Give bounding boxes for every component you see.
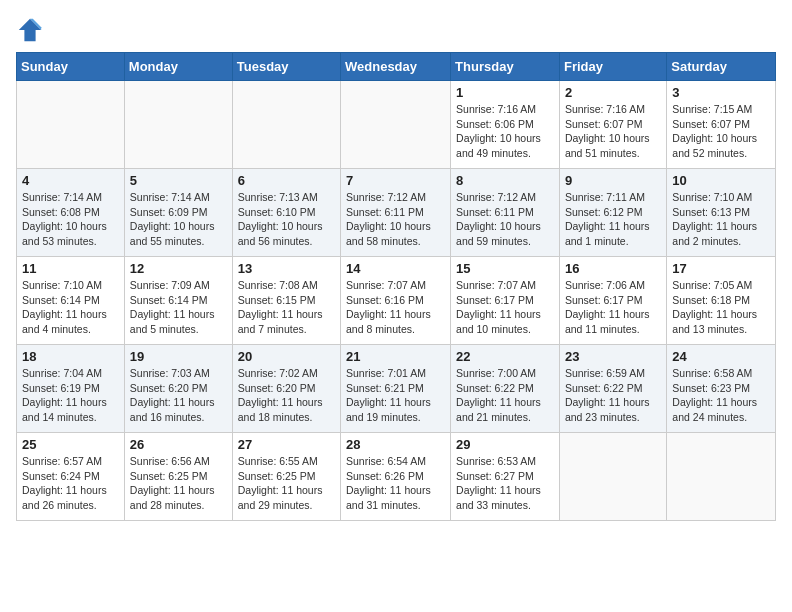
calendar-cell: 12Sunrise: 7:09 AM Sunset: 6:14 PM Dayli… <box>124 257 232 345</box>
day-info: Sunrise: 7:00 AM Sunset: 6:22 PM Dayligh… <box>456 366 554 425</box>
calendar-cell: 18Sunrise: 7:04 AM Sunset: 6:19 PM Dayli… <box>17 345 125 433</box>
calendar-cell: 28Sunrise: 6:54 AM Sunset: 6:26 PM Dayli… <box>341 433 451 521</box>
day-number: 26 <box>130 437 227 452</box>
calendar-cell: 13Sunrise: 7:08 AM Sunset: 6:15 PM Dayli… <box>232 257 340 345</box>
column-header-tuesday: Tuesday <box>232 53 340 81</box>
calendar-cell: 11Sunrise: 7:10 AM Sunset: 6:14 PM Dayli… <box>17 257 125 345</box>
column-header-monday: Monday <box>124 53 232 81</box>
day-info: Sunrise: 6:55 AM Sunset: 6:25 PM Dayligh… <box>238 454 335 513</box>
day-info: Sunrise: 7:13 AM Sunset: 6:10 PM Dayligh… <box>238 190 335 249</box>
calendar-cell: 9Sunrise: 7:11 AM Sunset: 6:12 PM Daylig… <box>559 169 666 257</box>
day-info: Sunrise: 7:14 AM Sunset: 6:08 PM Dayligh… <box>22 190 119 249</box>
day-info: Sunrise: 7:10 AM Sunset: 6:14 PM Dayligh… <box>22 278 119 337</box>
calendar-cell <box>559 433 666 521</box>
calendar-cell <box>232 81 340 169</box>
day-number: 7 <box>346 173 445 188</box>
calendar-cell: 26Sunrise: 6:56 AM Sunset: 6:25 PM Dayli… <box>124 433 232 521</box>
day-number: 18 <box>22 349 119 364</box>
column-header-wednesday: Wednesday <box>341 53 451 81</box>
calendar-cell <box>17 81 125 169</box>
calendar-cell: 21Sunrise: 7:01 AM Sunset: 6:21 PM Dayli… <box>341 345 451 433</box>
day-info: Sunrise: 7:04 AM Sunset: 6:19 PM Dayligh… <box>22 366 119 425</box>
day-number: 19 <box>130 349 227 364</box>
column-header-saturday: Saturday <box>667 53 776 81</box>
day-info: Sunrise: 7:15 AM Sunset: 6:07 PM Dayligh… <box>672 102 770 161</box>
calendar-cell: 17Sunrise: 7:05 AM Sunset: 6:18 PM Dayli… <box>667 257 776 345</box>
calendar-cell: 24Sunrise: 6:58 AM Sunset: 6:23 PM Dayli… <box>667 345 776 433</box>
day-info: Sunrise: 7:09 AM Sunset: 6:14 PM Dayligh… <box>130 278 227 337</box>
calendar-cell: 20Sunrise: 7:02 AM Sunset: 6:20 PM Dayli… <box>232 345 340 433</box>
calendar-cell <box>667 433 776 521</box>
day-number: 10 <box>672 173 770 188</box>
day-number: 17 <box>672 261 770 276</box>
column-header-thursday: Thursday <box>451 53 560 81</box>
calendar-week-row: 25Sunrise: 6:57 AM Sunset: 6:24 PM Dayli… <box>17 433 776 521</box>
day-number: 2 <box>565 85 661 100</box>
calendar-cell: 15Sunrise: 7:07 AM Sunset: 6:17 PM Dayli… <box>451 257 560 345</box>
logo <box>16 16 48 44</box>
day-info: Sunrise: 6:54 AM Sunset: 6:26 PM Dayligh… <box>346 454 445 513</box>
day-info: Sunrise: 7:01 AM Sunset: 6:21 PM Dayligh… <box>346 366 445 425</box>
calendar-cell: 29Sunrise: 6:53 AM Sunset: 6:27 PM Dayli… <box>451 433 560 521</box>
day-info: Sunrise: 7:07 AM Sunset: 6:16 PM Dayligh… <box>346 278 445 337</box>
calendar-cell: 5Sunrise: 7:14 AM Sunset: 6:09 PM Daylig… <box>124 169 232 257</box>
day-info: Sunrise: 7:11 AM Sunset: 6:12 PM Dayligh… <box>565 190 661 249</box>
day-info: Sunrise: 7:12 AM Sunset: 6:11 PM Dayligh… <box>456 190 554 249</box>
calendar-cell: 14Sunrise: 7:07 AM Sunset: 6:16 PM Dayli… <box>341 257 451 345</box>
calendar-week-row: 18Sunrise: 7:04 AM Sunset: 6:19 PM Dayli… <box>17 345 776 433</box>
column-header-friday: Friday <box>559 53 666 81</box>
calendar-cell: 1Sunrise: 7:16 AM Sunset: 6:06 PM Daylig… <box>451 81 560 169</box>
day-info: Sunrise: 7:05 AM Sunset: 6:18 PM Dayligh… <box>672 278 770 337</box>
calendar-cell: 10Sunrise: 7:10 AM Sunset: 6:13 PM Dayli… <box>667 169 776 257</box>
calendar-cell: 2Sunrise: 7:16 AM Sunset: 6:07 PM Daylig… <box>559 81 666 169</box>
day-info: Sunrise: 6:58 AM Sunset: 6:23 PM Dayligh… <box>672 366 770 425</box>
day-info: Sunrise: 7:16 AM Sunset: 6:06 PM Dayligh… <box>456 102 554 161</box>
day-number: 20 <box>238 349 335 364</box>
day-number: 22 <box>456 349 554 364</box>
day-number: 23 <box>565 349 661 364</box>
page-header <box>16 16 776 44</box>
day-number: 1 <box>456 85 554 100</box>
day-number: 3 <box>672 85 770 100</box>
day-number: 16 <box>565 261 661 276</box>
calendar-cell: 22Sunrise: 7:00 AM Sunset: 6:22 PM Dayli… <box>451 345 560 433</box>
day-info: Sunrise: 6:56 AM Sunset: 6:25 PM Dayligh… <box>130 454 227 513</box>
calendar-cell: 8Sunrise: 7:12 AM Sunset: 6:11 PM Daylig… <box>451 169 560 257</box>
day-number: 24 <box>672 349 770 364</box>
day-number: 5 <box>130 173 227 188</box>
day-info: Sunrise: 6:59 AM Sunset: 6:22 PM Dayligh… <box>565 366 661 425</box>
day-info: Sunrise: 7:14 AM Sunset: 6:09 PM Dayligh… <box>130 190 227 249</box>
calendar-week-row: 11Sunrise: 7:10 AM Sunset: 6:14 PM Dayli… <box>17 257 776 345</box>
day-info: Sunrise: 6:53 AM Sunset: 6:27 PM Dayligh… <box>456 454 554 513</box>
day-info: Sunrise: 7:06 AM Sunset: 6:17 PM Dayligh… <box>565 278 661 337</box>
day-number: 29 <box>456 437 554 452</box>
calendar-cell <box>124 81 232 169</box>
day-number: 27 <box>238 437 335 452</box>
calendar-cell: 23Sunrise: 6:59 AM Sunset: 6:22 PM Dayli… <box>559 345 666 433</box>
calendar-cell: 27Sunrise: 6:55 AM Sunset: 6:25 PM Dayli… <box>232 433 340 521</box>
day-number: 28 <box>346 437 445 452</box>
logo-icon <box>16 16 44 44</box>
calendar-cell: 7Sunrise: 7:12 AM Sunset: 6:11 PM Daylig… <box>341 169 451 257</box>
calendar-week-row: 4Sunrise: 7:14 AM Sunset: 6:08 PM Daylig… <box>17 169 776 257</box>
day-number: 15 <box>456 261 554 276</box>
day-number: 21 <box>346 349 445 364</box>
calendar-cell: 25Sunrise: 6:57 AM Sunset: 6:24 PM Dayli… <box>17 433 125 521</box>
day-info: Sunrise: 7:16 AM Sunset: 6:07 PM Dayligh… <box>565 102 661 161</box>
day-info: Sunrise: 7:02 AM Sunset: 6:20 PM Dayligh… <box>238 366 335 425</box>
calendar-header-row: SundayMondayTuesdayWednesdayThursdayFrid… <box>17 53 776 81</box>
calendar-cell: 4Sunrise: 7:14 AM Sunset: 6:08 PM Daylig… <box>17 169 125 257</box>
day-number: 25 <box>22 437 119 452</box>
column-header-sunday: Sunday <box>17 53 125 81</box>
day-number: 12 <box>130 261 227 276</box>
day-number: 14 <box>346 261 445 276</box>
calendar-cell: 6Sunrise: 7:13 AM Sunset: 6:10 PM Daylig… <box>232 169 340 257</box>
calendar-week-row: 1Sunrise: 7:16 AM Sunset: 6:06 PM Daylig… <box>17 81 776 169</box>
calendar-cell: 3Sunrise: 7:15 AM Sunset: 6:07 PM Daylig… <box>667 81 776 169</box>
day-number: 6 <box>238 173 335 188</box>
day-info: Sunrise: 7:03 AM Sunset: 6:20 PM Dayligh… <box>130 366 227 425</box>
day-number: 4 <box>22 173 119 188</box>
day-info: Sunrise: 7:12 AM Sunset: 6:11 PM Dayligh… <box>346 190 445 249</box>
calendar-cell: 19Sunrise: 7:03 AM Sunset: 6:20 PM Dayli… <box>124 345 232 433</box>
calendar-cell: 16Sunrise: 7:06 AM Sunset: 6:17 PM Dayli… <box>559 257 666 345</box>
